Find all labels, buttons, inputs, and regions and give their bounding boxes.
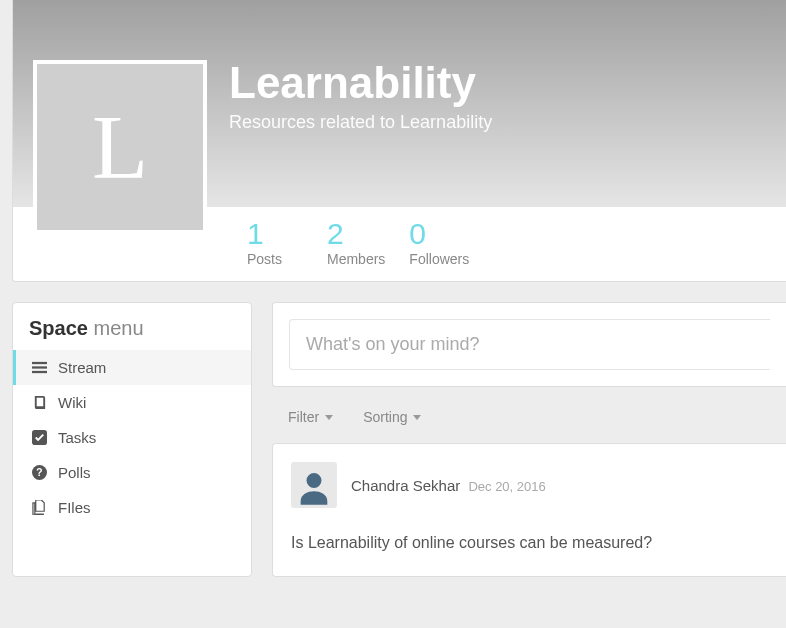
stat-members[interactable]: 2 Members	[327, 219, 385, 267]
space-banner: L Learnability Resources related to Lear…	[13, 0, 786, 207]
space-subtitle: Resources related to Learnability	[229, 112, 492, 133]
stat-members-label: Members	[327, 251, 385, 267]
svg-rect-2	[32, 371, 47, 373]
space-avatar[interactable]: L	[33, 60, 207, 234]
sorting-label: Sorting	[363, 409, 407, 425]
space-menu-title: Space menu	[13, 303, 251, 350]
caret-down-icon	[325, 415, 333, 420]
sidebar-item-stream[interactable]: Stream	[13, 350, 251, 385]
sidebar-item-wiki[interactable]: Wiki	[13, 385, 251, 420]
stat-posts-value: 1	[247, 219, 303, 249]
sorting-dropdown[interactable]: Sorting	[363, 409, 421, 425]
space-avatar-letter: L	[92, 94, 148, 200]
avatar[interactable]	[291, 462, 337, 508]
stat-followers-label: Followers	[409, 251, 469, 267]
svg-text:?: ?	[36, 467, 42, 478]
stream-filters: Filter Sorting	[272, 387, 786, 443]
space-menu: Space menu Stream Wiki Tasks ? Poll	[12, 302, 252, 577]
post-author[interactable]: Chandra Sekhar	[351, 477, 460, 494]
sidebar-item-label: Wiki	[58, 394, 86, 411]
banner-text: Learnability Resources related to Learna…	[229, 20, 492, 133]
composer-input[interactable]	[289, 319, 770, 370]
post-meta: Chandra Sekhar Dec 20, 2016	[351, 477, 546, 494]
space-menu-title-light: menu	[94, 317, 144, 339]
post-body: Is Learnability of online courses can be…	[291, 532, 768, 554]
space-menu-title-strong: Space	[29, 317, 88, 339]
filter-dropdown[interactable]: Filter	[288, 409, 333, 425]
bars-icon	[31, 359, 48, 376]
space-header: L Learnability Resources related to Lear…	[12, 0, 786, 282]
sidebar-item-files[interactable]: FIles	[13, 490, 251, 525]
files-icon	[31, 499, 48, 516]
sidebar-item-label: Tasks	[58, 429, 96, 446]
post-date[interactable]: Dec 20, 2016	[468, 479, 545, 494]
sidebar-item-label: Stream	[58, 359, 106, 376]
filter-label: Filter	[288, 409, 319, 425]
post-card: Chandra Sekhar Dec 20, 2016 Is Learnabil…	[272, 443, 786, 577]
sidebar-item-polls[interactable]: ? Polls	[13, 455, 251, 490]
post-header: Chandra Sekhar Dec 20, 2016	[291, 462, 768, 508]
person-icon	[294, 468, 334, 508]
stat-followers-value: 0	[409, 219, 469, 249]
sidebar-item-tasks[interactable]: Tasks	[13, 420, 251, 455]
question-circle-icon: ?	[31, 464, 48, 481]
stat-posts[interactable]: 1 Posts	[247, 219, 303, 267]
svg-rect-0	[32, 362, 47, 364]
stat-posts-label: Posts	[247, 251, 303, 267]
post-composer	[272, 302, 786, 387]
sidebar-item-label: Polls	[58, 464, 91, 481]
book-icon	[31, 394, 48, 411]
sidebar-item-label: FIles	[58, 499, 91, 516]
stat-followers[interactable]: 0 Followers	[409, 219, 469, 267]
check-square-icon	[31, 429, 48, 446]
caret-down-icon	[413, 415, 421, 420]
space-title: Learnability	[229, 58, 492, 108]
svg-rect-1	[32, 366, 47, 368]
stat-members-value: 2	[327, 219, 385, 249]
main-content: Filter Sorting Chandra Sekhar Dec 20, 20…	[272, 302, 786, 577]
